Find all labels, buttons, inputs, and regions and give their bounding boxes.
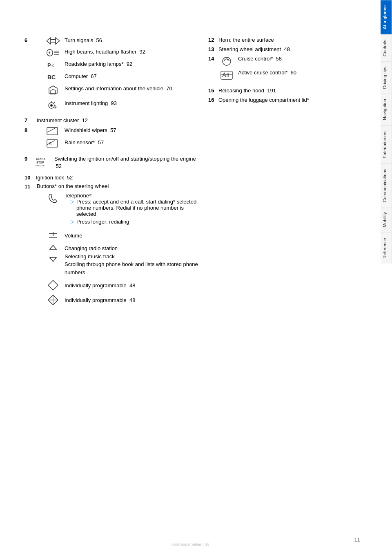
page-number: 11 [354, 537, 360, 543]
section-6: 6 Turn signals 56 [24, 37, 200, 113]
high-beams-item: High beams, headlamp flasher 92 [45, 48, 200, 57]
diamond-icon [45, 280, 61, 291]
settings-item: Settings and information about the vehic… [45, 85, 200, 96]
svg-point-14 [50, 104, 53, 107]
svg-marker-32 [48, 280, 58, 290]
turn-signals-page[interactable]: 56 [96, 37, 102, 43]
cruise-control-icon [218, 56, 235, 67]
wipers-item: Windshield wipers 57 [45, 127, 200, 136]
rain-sensor-item: A Rain sensor* 57 [45, 139, 200, 148]
telephone-icon [45, 192, 61, 204]
wipers-page[interactable]: 57 [110, 127, 116, 133]
svg-line-16 [54, 102, 55, 103]
telephone-group: Telephone*: ▷ Press: accept and end a ca… [45, 192, 200, 226]
svg-rect-2 [47, 49, 53, 56]
section-15-number: 15 [208, 87, 218, 94]
bullet-arrow-2: ▷ [71, 219, 76, 224]
rain-sensor-page[interactable]: 57 [98, 139, 104, 145]
tab-mobility[interactable]: Mobility [381, 207, 392, 232]
diamond-programmable-item: Individually programmable 48 [45, 280, 200, 291]
svg-rect-19 [47, 128, 58, 135]
plus-minus-icon [45, 230, 61, 241]
section-10-number: 10 [24, 175, 33, 181]
tab-entertainment[interactable]: Entertainment [381, 125, 392, 163]
diamond-programmable-text: Individually programmable 48 [65, 282, 135, 289]
sidebar-tabs: At a glance Controls Driving tips Naviga… [381, 0, 392, 555]
active-cruise-item: Active cruise control* 60 [218, 69, 363, 81]
radio-text: Changing radio station Selecting music t… [65, 244, 200, 276]
active-cruise-page[interactable]: 60 [291, 69, 296, 76]
settings-icon [45, 85, 61, 96]
svg-text:P: P [47, 62, 51, 68]
start-stop-icon: START STOP ENGINE [35, 155, 51, 167]
instrument-lighting-item: ✳ Instrument lighting 93 [45, 100, 200, 110]
cruise-control-item: Cruise control* 58 [218, 56, 363, 67]
section-13: 13 Steering wheel adjustment 48 [208, 46, 363, 52]
section-13-page[interactable]: 48 [284, 46, 290, 52]
tab-controls[interactable]: Controls [381, 34, 392, 61]
turn-signals-icon [45, 37, 61, 45]
section-16-text: Opening the luggage compartment lid* [218, 97, 363, 103]
section-13-number: 13 [208, 46, 218, 52]
section-15: 15 Releasing the hood 191 [208, 87, 363, 94]
parking-lamps-item: P ≤ Roadside parking lamps* 92 [45, 60, 200, 69]
svg-rect-38 [221, 71, 232, 79]
high-beams-icon [45, 48, 61, 57]
diamond-page[interactable]: 48 [129, 282, 135, 289]
up-down-arrows-icon [45, 244, 61, 262]
computer-item: BC Computer 67 [45, 73, 200, 82]
section-14-number: 14 [208, 56, 218, 62]
section-9-page[interactable]: 52 [56, 163, 62, 169]
svg-text:ENGINE: ENGINE [36, 164, 45, 167]
star-page[interactable]: 48 [129, 297, 135, 303]
turn-signals-item: Turn signals 56 [45, 37, 200, 45]
tab-communications[interactable]: Communications [381, 163, 392, 207]
rain-sensor-text: Rain sensor* 57 [65, 139, 200, 146]
tab-reference[interactable]: Reference [381, 233, 392, 264]
section-10-page[interactable]: 52 [67, 175, 73, 181]
high-beams-page[interactable]: 92 [140, 49, 145, 55]
section-7-number: 7 [24, 117, 33, 123]
telephone-text: Telephone*: ▷ Press: accept and end a ca… [65, 192, 200, 226]
parking-lamps-icon: P ≤ [45, 60, 61, 69]
section-16: 16 Opening the luggage compartment lid* [208, 97, 363, 103]
svg-marker-1 [51, 38, 60, 44]
tab-at-a-glance[interactable]: At a glance [381, 0, 392, 34]
section-9-text: Switching the ignition on/off and starti… [54, 155, 200, 170]
left-column: 6 Turn signals 56 [24, 37, 200, 313]
watermark: carmanualonline.info [172, 542, 209, 547]
tab-navigation[interactable]: Navigation [381, 94, 392, 125]
volume-text: Volume [65, 233, 82, 239]
section-12: 12 Horn: the entire surface [208, 37, 363, 43]
section-12-text: Horn: the entire surface [218, 37, 363, 43]
computer-text: Computer 67 [65, 73, 200, 80]
section-9: 9 START STOP ENGINE Switching the igniti… [24, 155, 200, 170]
svg-marker-31 [50, 257, 56, 262]
section-7-page[interactable]: 12 [82, 117, 88, 123]
star-programmable-text: Individually programmable 48 [65, 297, 135, 303]
svg-marker-0 [47, 38, 56, 44]
bullet-arrow-1: ▷ [71, 199, 76, 204]
svg-text:START: START [36, 157, 46, 160]
section-9-number: 9 [24, 156, 33, 162]
turn-signals-text: Turn signals 56 [65, 37, 200, 44]
section-12-number: 12 [208, 37, 218, 43]
section-8-number: 8 [24, 127, 33, 133]
star-icon [45, 294, 61, 306]
telephone-bullet-2: ▷ Press longer: redialing [71, 219, 200, 225]
parking-lamps-page[interactable]: 92 [127, 61, 132, 67]
parking-lamps-text: Roadside parking lamps* 92 [65, 60, 200, 68]
settings-page[interactable]: 70 [166, 85, 172, 92]
telephone-bullet-1: ▷ Press: accept and end a call, start di… [71, 199, 200, 217]
svg-text:STOP: STOP [36, 161, 44, 164]
section-7: 7 Instrument cluster 12 [24, 117, 200, 123]
section-15-page[interactable]: 191 [267, 87, 276, 94]
svg-text:≤: ≤ [51, 63, 54, 68]
instrument-lighting-page[interactable]: 93 [111, 100, 116, 106]
instrument-lighting-text: Instrument lighting 93 [65, 100, 200, 107]
section-13-text: Steering wheel adjustment 48 [218, 46, 363, 52]
section-11-header: Buttons* on the steering wheel [37, 183, 200, 189]
computer-page[interactable]: 67 [91, 73, 96, 79]
cruise-control-page[interactable]: 58 [276, 56, 281, 62]
tab-driving-tips[interactable]: Driving tips [381, 61, 392, 94]
